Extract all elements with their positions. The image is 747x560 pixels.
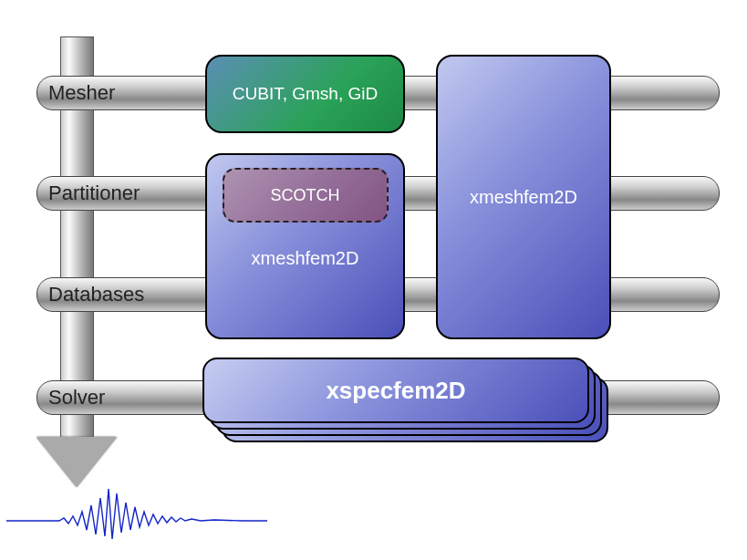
box-xmeshfem2d-right: xmeshfem2D <box>436 55 611 339</box>
box-label: SCOTCH <box>271 186 340 205</box>
box-label: xmeshfem2D <box>470 187 577 208</box>
box-scotch: SCOTCH <box>223 168 389 223</box>
stage-label: Databases <box>48 283 144 306</box>
box-label: CUBIT, Gmsh, GiD <box>233 84 378 104</box>
box-mesher-tools: CUBIT, Gmsh, GiD <box>205 55 405 133</box>
seismogram-icon <box>5 480 269 544</box>
stage-label: Mesher <box>48 81 115 105</box>
box-xmeshfem2d-left: SCOTCH xmeshfem2D <box>205 153 405 339</box>
stage-label: Solver <box>48 386 105 410</box>
box-xspecfem2d: xspecfem2D <box>202 358 589 423</box>
stage-label: Partitioner <box>48 181 140 205</box>
box-label: xspecfem2D <box>326 377 465 405</box>
box-label: xmeshfem2D <box>252 248 359 269</box>
